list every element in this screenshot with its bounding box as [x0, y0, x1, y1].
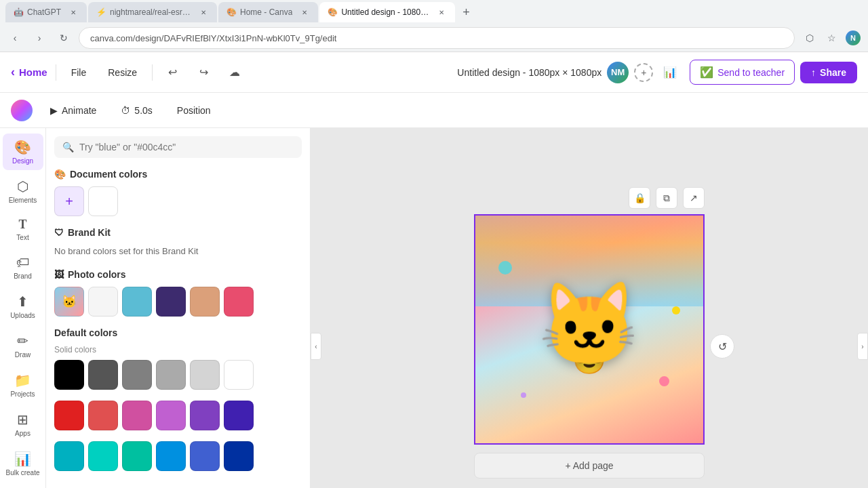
default-color-darkgray[interactable]: [88, 360, 118, 390]
photo-color-peach[interactable]: [190, 287, 220, 317]
undo-button[interactable]: ↩: [161, 61, 184, 84]
bookmark-button[interactable]: ☆: [822, 28, 841, 47]
default-color-red[interactable]: [54, 401, 84, 430]
tab-chatgpt[interactable]: 🤖 ChatGPT ✕: [5, 2, 87, 22]
sidebar-item-apps[interactable]: ⊞ Apps: [3, 406, 43, 443]
default-color-green[interactable]: [122, 441, 152, 471]
chatgpt-favicon: 🤖: [14, 7, 23, 17]
resize-button[interactable]: Resize: [101, 63, 144, 82]
doc-color-white[interactable]: [88, 186, 118, 216]
home-label: Home: [19, 66, 47, 78]
default-color-hotpink[interactable]: [122, 401, 152, 430]
default-color-black[interactable]: [54, 360, 84, 390]
sidebar-item-elements[interactable]: ⬡ Elements: [3, 173, 43, 209]
photo-preview-swatch[interactable]: 🐱: [54, 287, 84, 317]
canvas-frame[interactable]: 🐱 😎: [474, 214, 705, 445]
document-colors-label: Document colors: [70, 169, 147, 180]
animate-button[interactable]: ▶ Animate: [43, 101, 103, 120]
default-color-coral[interactable]: [88, 401, 118, 430]
top-toolbar: ‹ Home File Resize ↩ ↪ ☁ Untitled design…: [0, 52, 868, 93]
avatar-initials: NM: [611, 67, 625, 77]
sidebar-label-elements: Elements: [9, 197, 37, 204]
default-color-orchid[interactable]: [156, 401, 186, 430]
default-color-medgray[interactable]: [156, 360, 186, 390]
sidebar-item-text[interactable]: T Text: [3, 212, 43, 247]
default-color-purple[interactable]: [190, 401, 220, 430]
draw-icon: ✏: [17, 333, 28, 349]
sidebar-item-uploads[interactable]: ⬆ Uploads: [3, 288, 43, 325]
sidebar-item-design[interactable]: 🎨 Design: [3, 134, 43, 170]
canvas-content: 🐱 😎: [475, 216, 703, 443]
tab-chatgpt-close[interactable]: ✕: [68, 7, 79, 18]
add-color-button[interactable]: +: [54, 186, 84, 216]
copy-button[interactable]: ⧉: [656, 187, 677, 209]
redo-button[interactable]: ↪: [192, 61, 215, 84]
photo-color-pink[interactable]: [224, 287, 254, 317]
save-cloud-button[interactable]: ☁: [223, 61, 246, 84]
photo-colors-icon: 🖼: [54, 269, 64, 280]
export-button[interactable]: ↗: [683, 187, 705, 209]
lock-button[interactable]: 🔒: [629, 187, 650, 209]
refresh-canvas-button[interactable]: ↺: [710, 334, 734, 359]
forward-button[interactable]: ›: [30, 28, 49, 47]
add-people-button[interactable]: +: [634, 63, 653, 82]
tab-canva-design-close[interactable]: ✕: [436, 7, 447, 18]
add-page-button[interactable]: + Add page: [474, 453, 705, 479]
refresh-button[interactable]: ↻: [54, 28, 73, 47]
left-sidebar: 🎨 Design ⬡ Elements T Text 🏷 Brand ⬆ Upl…: [0, 128, 46, 488]
toolbar-divider-2: [152, 64, 153, 81]
clock-icon: ⏱: [121, 105, 130, 116]
share-button[interactable]: ↑ Share: [800, 62, 857, 83]
default-color-blue[interactable]: [156, 441, 186, 471]
default-colors-section-title: Default colors: [54, 327, 302, 338]
app-area: 🎨 Design ⬡ Elements T Text 🏷 Brand ⬆ Upl…: [0, 128, 868, 488]
photo-color-teal[interactable]: [122, 287, 152, 317]
back-button[interactable]: ‹: [5, 28, 24, 47]
photo-color-purple[interactable]: [156, 287, 186, 317]
home-button[interactable]: ‹ Home: [11, 65, 47, 79]
default-color-cyan[interactable]: [54, 441, 84, 471]
new-tab-button[interactable]: +: [456, 3, 475, 22]
tab-canva-design[interactable]: 🎨 Untitled design - 1080 × 1080px ✕: [319, 2, 455, 22]
default-color-navy[interactable]: [224, 441, 254, 471]
sidebar-item-projects[interactable]: 📁 Projects: [3, 367, 43, 403]
default-color-darkpurple[interactable]: [224, 401, 254, 430]
design-icon: 🎨: [14, 139, 31, 155]
profile-button[interactable]: N: [844, 28, 863, 47]
user-avatar: NM: [607, 62, 629, 83]
panel-collapse-right-button[interactable]: ›: [857, 333, 868, 360]
tab-nightmare-close[interactable]: ✕: [198, 7, 209, 18]
default-color-indigo[interactable]: [190, 441, 220, 471]
bulk-icon: 📊: [14, 451, 31, 467]
color-search-input[interactable]: [79, 142, 294, 152]
current-color-button[interactable]: [11, 100, 33, 121]
address-input[interactable]: canva.com/design/DAFvRIEfBlY/XtxI3i1PnN-…: [79, 27, 795, 49]
default-color-teal[interactable]: [88, 441, 118, 471]
toolbar-center: Untitled design - 1080px × 1080px NM + 📊: [457, 61, 682, 84]
stats-button[interactable]: 📊: [658, 61, 682, 84]
brand-kit-icon: 🛡: [54, 227, 64, 238]
default-color-lightgray[interactable]: [190, 360, 220, 390]
canvas-toolbar: 🔒 ⧉ ↗: [629, 187, 705, 209]
default-color-white[interactable]: [224, 360, 254, 390]
tab-canva-home-close[interactable]: ✕: [299, 7, 310, 18]
uploads-icon: ⬆: [17, 293, 28, 310]
extensions-button[interactable]: ⬡: [800, 28, 819, 47]
position-button[interactable]: Position: [170, 101, 218, 120]
file-button[interactable]: File: [64, 63, 94, 82]
sidebar-item-bulk[interactable]: 📊 Bulk create: [3, 445, 43, 482]
panel-collapse-left-button[interactable]: ‹: [311, 333, 321, 360]
duration-button[interactable]: ⏱ 5.0s: [114, 101, 159, 120]
color-search-box[interactable]: 🔍: [54, 136, 302, 158]
send-to-teacher-button[interactable]: ✅ Send to teacher: [690, 60, 795, 85]
tab-canva-home[interactable]: 🎨 Home - Canva ✕: [218, 2, 318, 22]
animate-label: Animate: [62, 105, 96, 116]
photo-colors-row: 🐱: [54, 287, 302, 317]
sidebar-item-draw[interactable]: ✏ Draw: [3, 327, 43, 364]
canva-design-favicon: 🎨: [328, 7, 337, 17]
sidebar-item-brand[interactable]: 🏷 Brand: [3, 249, 43, 285]
photo-color-white[interactable]: [88, 287, 118, 317]
tab-nightmare[interactable]: ⚡ nightmareal/real-esrgan – Run... ✕: [88, 2, 217, 22]
default-color-gray[interactable]: [122, 360, 152, 390]
duration-label: 5.0s: [134, 105, 152, 116]
